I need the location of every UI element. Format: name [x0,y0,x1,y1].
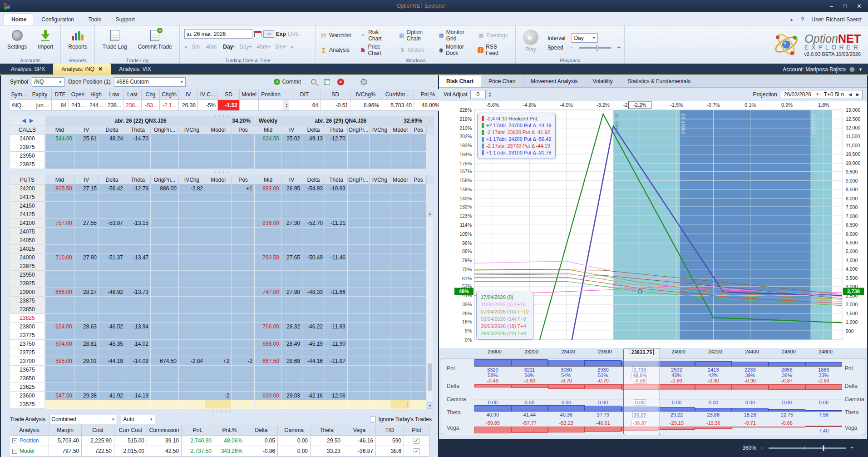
strike-label[interactable]: 23975 [10,143,45,152]
quote-header[interactable]: Model [240,89,259,100]
chain-cell[interactable] [390,152,410,160]
chain-cell[interactable] [232,348,255,357]
chain-cell[interactable]: 667.50 [255,357,281,366]
chain-cell[interactable]: -12.70 [325,134,348,143]
chain-cell[interactable] [281,152,302,160]
chain-cell[interactable] [255,152,281,160]
chain-cell[interactable] [302,331,325,340]
chain-cell[interactable] [370,262,390,271]
chain-cell[interactable]: -2 [205,392,232,400]
chain-cell[interactable] [348,193,370,202]
chain-cell[interactable]: 686.00 [255,340,281,348]
chain-cell[interactable] [348,134,370,143]
chain-cell[interactable]: -14.02 [125,340,151,348]
chain-cell[interactable] [74,271,99,279]
quote-header[interactable]: Expiry [28,89,52,100]
chain-cell[interactable] [255,348,281,357]
quote-cell[interactable]: 26.38 [179,100,198,111]
minimize-button[interactable]: – [830,3,833,10]
tab-analysis-vix[interactable]: Analysis: VIX [111,64,159,75]
chain-cell[interactable] [205,366,232,374]
quote-header[interactable]: SD [218,89,240,100]
quote-header[interactable]: IV C... [198,89,218,100]
chain-cell[interactable] [45,374,74,383]
chain-cell[interactable] [45,348,74,357]
menu-configuration[interactable]: Configuration [34,14,81,25]
chain-cell[interactable]: -11.83 [325,323,348,331]
window-risk-chart[interactable]: ~Risk Chart [360,29,393,42]
chain-cell[interactable] [302,314,325,323]
chain-cell[interactable]: -44.19 [99,357,125,366]
chain-cell[interactable] [325,297,348,305]
column-header[interactable]: Delta [302,175,325,184]
strike-label[interactable]: 23575 [10,400,45,409]
chain-cell[interactable] [325,236,348,245]
tab-statistics-fundamentals[interactable]: Statistics & Fundamentals [620,75,698,87]
settings-button[interactable]: Settings [5,27,30,51]
chain-cell[interactable] [325,383,348,392]
step-back-icon[interactable]: « [184,43,187,50]
chain-cell[interactable] [232,392,255,400]
chain-cell[interactable] [390,348,410,357]
commit-trade-button[interactable]: + Commit Trade [135,27,175,51]
chain-cell[interactable] [348,374,370,383]
chain-cell[interactable] [370,253,390,262]
analysis-header[interactable]: Theta [311,425,343,436]
chain-cell[interactable] [151,279,179,288]
chain-cell[interactable] [410,219,427,228]
chain-cell[interactable]: 27.15 [74,184,99,193]
chain-cell[interactable] [179,305,205,314]
column-header[interactable]: Theta [325,125,348,134]
chain-cell[interactable] [255,193,281,202]
chain-cell[interactable] [232,297,255,305]
chain-cell[interactable] [302,193,325,202]
strike-label[interactable]: 23975 [10,262,45,271]
step-5m+[interactable]: 5m+ [275,44,286,50]
chain-cell[interactable] [390,228,410,236]
strategy-select[interactable]: #686 Custom▼ [114,77,186,87]
chain-cell[interactable] [325,271,348,279]
chain-cell[interactable] [232,202,255,210]
chain-cell[interactable] [410,228,427,236]
chain-cell[interactable]: -54.93 [302,184,325,193]
quote-header[interactable]: DIT [289,89,321,100]
chain-cell[interactable] [410,271,427,279]
column-header[interactable]: Theta [325,175,348,184]
chain-cell[interactable] [390,202,410,210]
expand-icon[interactable]: + [12,438,17,443]
chain-cell[interactable] [45,383,74,392]
chain-splitter[interactable]: ▪ ▪ ▪ ▪ [10,169,434,175]
column-header[interactable]: Model [205,125,232,134]
quote-cell[interactable] [259,100,283,111]
strike-label[interactable]: 23775 [10,331,45,340]
chain-cell[interactable] [151,202,179,210]
speed-slider[interactable] [579,47,611,49]
chain-cell[interactable] [348,262,370,271]
chain-cell[interactable] [325,228,348,236]
chain-cell[interactable] [125,314,151,323]
quote-header[interactable]: CurrMar... [381,89,414,100]
chain-cell[interactable] [255,271,281,279]
chain-cell[interactable] [255,228,281,236]
chain-cell[interactable] [99,143,125,152]
chain-cell[interactable] [390,288,410,297]
chain-cell[interactable]: 28.32 [281,323,302,331]
chain-cell[interactable] [390,184,410,193]
quote-cell[interactable]: 84 [52,100,69,111]
chain-cell[interactable] [348,245,370,253]
chain-cell[interactable]: 29.03 [281,392,302,400]
chain-cell[interactable] [410,202,427,210]
strike-label[interactable]: 23750 [10,340,45,348]
chain-cell[interactable] [255,374,281,383]
chain-cell[interactable] [74,152,99,160]
chain-cell[interactable]: 630.00 [255,392,281,400]
chain-cell[interactable] [151,143,179,152]
chain-cell[interactable]: 28.63 [74,323,99,331]
quote-cell[interactable]: -0.51 [321,100,350,111]
chain-cell[interactable] [370,152,390,160]
column-header[interactable]: IVChg [179,175,205,184]
chain-cell[interactable] [151,366,179,374]
chain-cell[interactable] [302,202,325,210]
chain-cell[interactable]: -12.06 [325,392,348,400]
chain-settings-gear-icon[interactable] [360,79,367,85]
